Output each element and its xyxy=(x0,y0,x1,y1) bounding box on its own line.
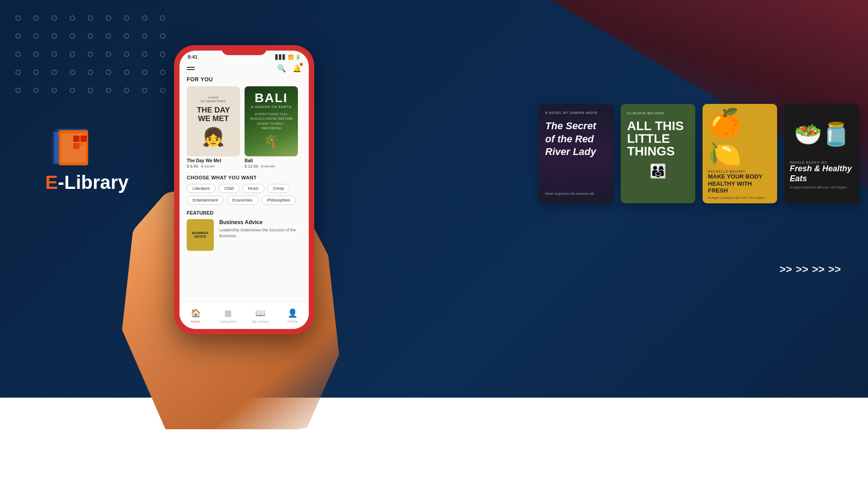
bali-subtitle: A HEAVEN ON EARTH xyxy=(251,105,291,108)
phone-with-hand: 9:41 ▋▋▋ 📶 🔋 🔍 🔔 FOR YOU xyxy=(158,45,330,384)
nav-profile[interactable]: 👤 Profile xyxy=(277,302,309,329)
featured-book-title: Business Advice xyxy=(219,219,302,225)
app-header: 🔍 🔔 xyxy=(179,61,309,76)
notification-icon[interactable]: 🔔 xyxy=(292,64,302,73)
dot xyxy=(142,70,147,75)
book-title-cover: THE DAYWE MET xyxy=(197,106,230,123)
book-card-secret-red-river[interactable]: A NOVEL BY SAMIRA HADID The Secret of th… xyxy=(539,104,613,203)
time-display: 9:41 xyxy=(188,54,198,60)
book-subtitle-secret: Never respond to the unknown call xyxy=(545,192,607,196)
dot xyxy=(15,88,21,93)
old-price: $ 12.99 xyxy=(201,164,215,169)
dot xyxy=(106,15,111,21)
arrow-1[interactable]: >> xyxy=(779,263,792,276)
chip-philosophies[interactable]: Philosophies xyxy=(261,196,296,205)
dot xyxy=(33,33,39,39)
dot xyxy=(70,70,75,75)
nav-categories-label: Categories xyxy=(219,319,237,324)
nav-profile-label: Profile xyxy=(288,319,298,324)
chip-economies[interactable]: Economies xyxy=(226,196,259,205)
nav-categories[interactable]: ▦ Categories xyxy=(212,302,245,329)
for-you-section-label: FOR YOU xyxy=(179,76,309,86)
old-price-bali: $ 24.99 xyxy=(261,164,275,169)
dot xyxy=(52,15,57,21)
dot xyxy=(106,88,111,93)
book-illustration: 👧 xyxy=(202,127,225,147)
featured-book-info: Business Advice Leadership Determines th… xyxy=(219,219,302,239)
featured-card[interactable]: BUSINESS ADVICE Business Advice Leadersh… xyxy=(187,219,302,251)
dot xyxy=(88,70,93,75)
book-title-secret: The Secret of the Red River Lady xyxy=(545,120,607,159)
book-title: The Day We Met xyxy=(187,158,240,163)
wifi-icon: 📶 xyxy=(288,55,293,60)
chip-comp[interactable]: Comp xyxy=(267,184,290,193)
bottom-white-area xyxy=(0,398,868,488)
phone-screen: 9:41 ▋▋▋ 📶 🔋 🔍 🔔 FOR YOU xyxy=(179,51,309,329)
dot xyxy=(124,88,129,93)
bottom-navigation: 🏠 Home ▦ Categories 📖 My Library 👤 Profi… xyxy=(179,302,309,329)
header-actions: 🔍 🔔 xyxy=(277,64,302,73)
book-illustration-little: 👨‍👩‍👧 xyxy=(627,163,689,179)
book-author-fresh: RAFALE BOOKS INC. xyxy=(790,161,854,164)
book-card-day-we-met[interactable]: a novelby Claudia Wilson THE DAYWE MET 👧… xyxy=(187,86,240,169)
book-card-fresh-eats[interactable]: 🥗🫙 RAFALE BOOKS INC. Fresh & Healthy Eat… xyxy=(784,104,859,203)
dot xyxy=(106,33,111,39)
dot xyxy=(124,33,129,39)
book-card-body-healthy[interactable]: 🍊🍋 RACHELLE BAUDRY MAKE YOUR BODY HEALTH… xyxy=(703,104,777,203)
nav-home-label: Home xyxy=(191,319,200,324)
book-price: $ 6.99 $ 12.99 xyxy=(187,164,240,169)
signal-icon: ▋▋▋ xyxy=(275,55,286,60)
arrow-4[interactable]: >> xyxy=(828,263,841,276)
categories-icon: ▦ xyxy=(224,308,232,318)
dot xyxy=(160,33,165,39)
arrow-3[interactable]: >> xyxy=(812,263,825,276)
dot xyxy=(70,88,75,93)
chip-entertainment[interactable]: Entertainment xyxy=(187,196,224,205)
status-icons: ▋▋▋ 📶 🔋 xyxy=(275,55,301,60)
right-book-cards: A NOVEL BY SAMIRA HADID The Secret of th… xyxy=(539,104,859,203)
dot xyxy=(33,52,39,57)
dot xyxy=(52,70,57,75)
dot xyxy=(70,15,75,21)
dot xyxy=(33,15,39,21)
dot xyxy=(33,88,39,93)
dot xyxy=(15,15,21,21)
featured-book-description: Leadership Determines the Success of the… xyxy=(219,227,302,239)
dot-grid-pattern xyxy=(0,0,172,90)
book-fruit-image: 🍊🍋 xyxy=(708,109,772,168)
dot xyxy=(124,70,129,75)
chip-music[interactable]: Music xyxy=(242,184,265,193)
bali-title: BALI xyxy=(255,92,288,104)
svg-rect-6 xyxy=(80,136,87,142)
logo-text: E-Library xyxy=(45,172,128,193)
dot xyxy=(52,52,57,57)
dot xyxy=(142,88,147,93)
navigation-arrows: >> >> >> >> xyxy=(779,263,841,276)
logo-area: E-Library xyxy=(45,122,128,193)
chip-child[interactable]: Child xyxy=(218,184,240,193)
search-icon[interactable]: 🔍 xyxy=(277,64,286,73)
dot xyxy=(15,52,21,57)
dot xyxy=(88,33,93,39)
dot xyxy=(160,15,165,21)
book-author-healthy: RACHELLE BAUDRY xyxy=(708,170,772,173)
svg-rect-8 xyxy=(80,143,84,146)
arrow-2[interactable]: >> xyxy=(796,263,808,276)
phone-frame: 9:41 ▋▋▋ 📶 🔋 🔍 🔔 FOR YOU xyxy=(174,45,314,334)
nav-home[interactable]: 🏠 Home xyxy=(179,302,212,329)
library-icon: 📖 xyxy=(255,308,265,318)
nav-my-library[interactable]: 📖 My Library xyxy=(244,302,277,329)
categories-section-label: CHOOSE WHAT YOU WANT xyxy=(179,173,309,184)
home-icon: 🏠 xyxy=(191,308,201,318)
book-card-bali[interactable]: BALI A HEAVEN ON EARTH EVERYTHING YOU SH… xyxy=(245,86,298,169)
svg-rect-5 xyxy=(73,136,80,142)
bali-description: EVERYTHING YOU SHOULD KNOW BEFORE GOING … xyxy=(248,112,294,131)
book-author-little: CLAUDIA WILSON xyxy=(627,111,689,115)
book-card-all-little-things[interactable]: CLAUDIA WILSON ALL THIS LITTLE THINGS 👨‍… xyxy=(621,104,695,203)
phone-notch xyxy=(222,45,267,55)
hamburger-menu[interactable] xyxy=(187,67,195,70)
book-title-little: ALL THIS LITTLE THINGS xyxy=(627,120,689,158)
chip-literature[interactable]: Literature xyxy=(187,184,216,193)
dot xyxy=(52,88,57,93)
book-food-image: 🥗🫙 xyxy=(790,109,854,159)
